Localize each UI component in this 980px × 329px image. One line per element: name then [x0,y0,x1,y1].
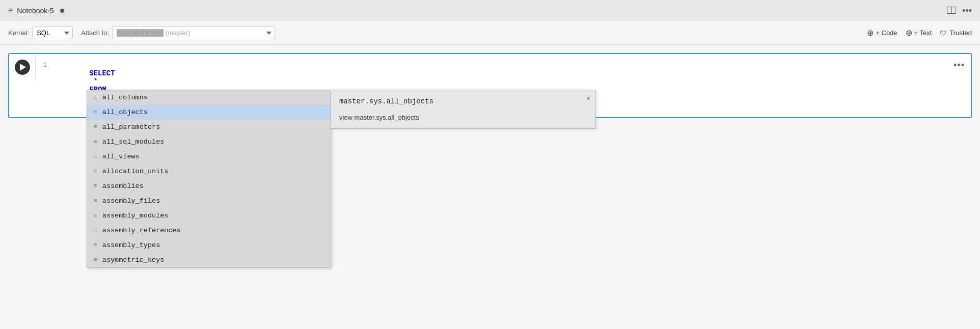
table-icon-6: ≡ [93,182,97,190]
table-icon-4: ≡ [93,153,97,160]
dirty-indicator [60,9,64,13]
attach-select[interactable]: ██████████ (master) [112,26,275,39]
table-icon-0: ≡ [93,94,97,101]
autocomplete-item-name: all_sql_modules [102,138,165,146]
run-circle-icon [15,60,30,75]
title-bar: ≡ Notebook-5 ••• [0,0,980,21]
autocomplete-item-name: allocation_units [102,168,169,175]
table-icon-1: ≡ [93,108,97,116]
autocomplete-item[interactable]: ≡ allocation_units [87,164,331,179]
select-keyword: SELECT [89,69,115,77]
cell-more-button[interactable]: ••• [954,60,965,71]
toolbar: Kernel: SQL Attach to: ██████████ (maste… [0,21,980,45]
add-code-button[interactable]: ⊕ + Code [867,29,897,37]
title-bar-left: ≡ Notebook-5 [8,6,64,15]
autocomplete-item-name: asymmetric_keys [102,256,165,264]
more-options-button[interactable]: ••• [962,6,972,15]
autocomplete-item[interactable]: ≡ all_objects [87,105,331,120]
autocomplete-list: ≡ all_columns ≡ all_objects ≡ all_parame… [87,90,331,268]
table-icon-2: ≡ [93,123,97,131]
autocomplete-item[interactable]: ≡ assembly_files [87,194,331,208]
title-bar-right: ••• [947,6,972,15]
trusted-button[interactable]: 🛡 Trusted [940,29,972,37]
autocomplete-item[interactable]: ≡ asymmetric_keys [87,253,331,267]
add-text-button[interactable]: ⊕ + Text [906,29,932,37]
add-text-label: + Text [914,29,932,37]
table-icon-10: ≡ [93,241,97,249]
layout-icon[interactable] [947,6,956,15]
autocomplete-item-name: assemblies [102,182,144,190]
autocomplete-item[interactable]: ≡ all_columns [87,90,331,105]
autocomplete-item[interactable]: ≡ assembly_types [87,238,331,253]
autocomplete-item-name: all_parameters [102,123,160,131]
add-code-label: + Code [876,29,897,37]
table-icon-7: ≡ [93,197,97,205]
table-icon-3: ≡ [93,138,97,146]
run-cell-button[interactable] [9,54,36,80]
line-number: 1 [36,54,51,76]
table-icon-9: ≡ [93,227,97,234]
autocomplete-item-name: all_views [102,153,140,160]
attach-label: Attach to: [81,29,109,37]
detail-description: view master.sys.all_objects [339,114,587,121]
table-icon-5: ≡ [93,168,97,175]
more-dots-icon: ••• [962,6,972,16]
detail-title: master.sys.all_objects [339,97,587,105]
trusted-label: Trusted [949,29,972,37]
notebook-title: Notebook-5 [17,7,53,15]
autocomplete-item[interactable]: ≡ all_parameters [87,120,331,134]
app-container: ≡ Notebook-5 ••• Kernel: SQL Attach to: … [0,0,980,329]
kernel-label: Kernel: [8,29,29,37]
shield-icon: 🛡 [940,29,947,37]
autocomplete-item[interactable]: ≡ assemblies [87,179,331,194]
autocomplete-wrapper: ≡ all_columns ≡ all_objects ≡ all_parame… [87,90,596,268]
autocomplete-item[interactable]: ≡ all_sql_modules [87,134,331,149]
kernel-selector-group: Kernel: SQL [8,26,73,39]
star-operator: * [89,77,102,86]
autocomplete-item-name: assembly_files [102,197,160,205]
table-icon-11: ≡ [93,256,97,264]
autocomplete-item[interactable]: ≡ assembly_modules [87,208,331,223]
split-layout-icon [947,7,956,14]
autocomplete-item-name: all_objects [102,108,148,116]
autocomplete-item-name: all_columns [102,94,148,101]
notebook-icon: ≡ [8,6,13,15]
detail-panel: × master.sys.all_objects view master.sys… [331,90,596,129]
cell-more-icon: ••• [954,60,965,70]
kernel-select[interactable]: SQL [32,26,73,39]
autocomplete-item-name: assembly_types [102,241,160,249]
autocomplete-item-name: assembly_modules [102,212,169,220]
autocomplete-item-name: assembly_references [102,227,181,234]
detail-close-button[interactable]: × [586,94,590,102]
main-area: 1 SELECT * FROM sys. ••• ≡ all_columns ≡ [0,45,980,329]
plus-code-icon: ⊕ [867,29,874,37]
table-icon-8: ≡ [93,212,97,220]
attach-to-group: Attach to: ██████████ (master) [81,26,275,39]
autocomplete-item[interactable]: ≡ all_views [87,149,331,164]
plus-text-icon: ⊕ [906,29,912,37]
autocomplete-item[interactable]: ≡ assembly_references [87,223,331,238]
